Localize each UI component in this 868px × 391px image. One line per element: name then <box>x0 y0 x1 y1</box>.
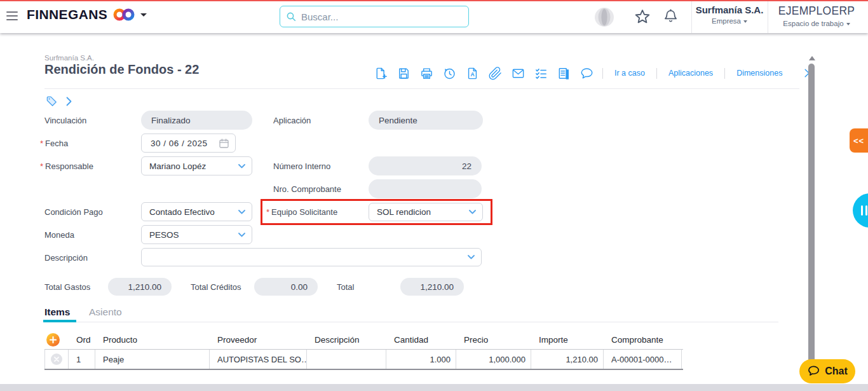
chat-button[interactable]: Chat <box>799 359 855 383</box>
link-dimensiones[interactable]: Dimensiones <box>733 69 785 78</box>
chevron-down-icon <box>238 210 245 214</box>
col-proveedor: Proveedor <box>210 331 307 349</box>
aplicacion-field: Pendiente <box>369 111 483 130</box>
journal-icon[interactable] <box>557 66 571 81</box>
descripcion-label: Descripción <box>44 253 88 263</box>
comment-icon[interactable] <box>580 66 594 81</box>
total-label: Total <box>337 282 354 292</box>
search-input[interactable] <box>301 11 454 22</box>
total-field: 1,210.00 <box>400 278 464 296</box>
col-cantidad: Cantidad <box>386 331 456 349</box>
chevron-down-icon <box>238 164 245 168</box>
col-ord: Ord <box>69 331 95 349</box>
aplicacion-label: Aplicación <box>273 116 311 125</box>
cell-cantidad[interactable]: 1.000 <box>386 350 456 369</box>
required-asterisk: * <box>40 139 43 148</box>
collapse-panel-tab[interactable]: << <box>850 128 868 153</box>
col-importe: Importe <box>531 331 604 349</box>
equipo-solicitante-select[interactable]: SOL rendicion <box>369 203 483 221</box>
aplicacion-value: Pendiente <box>379 116 417 125</box>
condicion-pago-select[interactable]: Contado Efectivo <box>141 202 252 221</box>
scrollbar-up-arrow[interactable] <box>809 56 815 60</box>
moneda-label: Moneda <box>44 230 74 240</box>
attachment-icon[interactable] <box>488 66 503 81</box>
responsable-value: Mariano Lopéz <box>149 161 206 171</box>
tab-asiento[interactable]: Asiento <box>89 306 122 318</box>
responsable-label-wrap: *Responsable <box>40 161 93 171</box>
history-icon[interactable] <box>442 66 457 81</box>
cell-comprobante[interactable]: A-00001-0000… <box>604 350 682 369</box>
table-row: 1 Peaje AUTOPISTAS DEL SO… 1.000 1,000.0… <box>44 350 683 370</box>
email-icon[interactable] <box>511 66 526 81</box>
brand: FINNEGANS <box>27 7 147 22</box>
checklist-icon[interactable] <box>534 66 548 81</box>
cell-proveedor[interactable]: AUTOPISTAS DEL SO… <box>210 350 307 369</box>
total-creditos-field: 0.00 <box>254 278 318 296</box>
cell-descripcion[interactable] <box>307 350 386 369</box>
plus-icon <box>50 336 57 343</box>
responsable-label: Responsable <box>45 161 93 171</box>
cell-importe[interactable]: 1,210.00 <box>531 350 604 369</box>
new-document-icon[interactable] <box>374 66 388 81</box>
export-document-icon[interactable]: A <box>465 66 480 81</box>
brand-logo-infinity-icon <box>112 8 135 22</box>
condicion-pago-label: Condición Pago <box>44 207 103 217</box>
link-ir-a-caso[interactable]: Ir a caso <box>611 69 648 78</box>
chevron-down-icon <box>238 233 245 237</box>
equipo-solicitante-label: Equipo Solicitante <box>271 207 337 217</box>
tag-row <box>46 95 72 107</box>
star-icon[interactable] <box>634 8 651 25</box>
chevron-right-icon[interactable] <box>66 97 72 106</box>
equipo-solicitante-label-wrap: *Equipo Solicitante <box>266 207 337 217</box>
fecha-label-wrap: *Fecha <box>40 139 68 148</box>
assistant-sphere-icon[interactable] <box>593 6 615 28</box>
document-toolbar: A Ir a caso Aplicaciones <box>374 64 815 83</box>
caret-down-icon[interactable] <box>140 13 147 17</box>
tab-items[interactable]: Items <box>44 306 71 318</box>
add-row-button[interactable] <box>46 333 60 346</box>
divider <box>44 322 778 322</box>
fecha-input[interactable]: 30 / 06 / 2025 <box>141 134 236 153</box>
workspace-switcher[interactable]: EJEMPLOERP Espacio de trabajo <box>768 4 865 27</box>
cell-precio[interactable]: 1,000.000 <box>456 350 531 369</box>
bell-icon[interactable] <box>663 8 679 25</box>
col-producto: Producto <box>95 331 210 349</box>
horizontal-scrollbar[interactable] <box>0 384 868 391</box>
cell-ord[interactable]: 1 <box>69 350 95 369</box>
equipo-solicitante-value: SOL rendicion <box>377 207 431 217</box>
tag-icon[interactable] <box>46 95 58 107</box>
x-icon <box>54 357 59 362</box>
required-asterisk: * <box>40 161 43 171</box>
company-role-label: Empresa <box>712 17 741 25</box>
company-switcher[interactable]: Surfmanía S.A. Empresa <box>692 4 767 25</box>
nro-comprobante-field <box>369 179 482 198</box>
vinculacion-field: Finalizado <box>141 111 252 130</box>
vinculacion-value: Finalizado <box>151 116 191 125</box>
save-icon[interactable] <box>397 66 411 81</box>
workspace-name: EJEMPLOERP <box>768 4 865 18</box>
responsable-select[interactable]: Mariano Lopéz <box>141 156 252 175</box>
numero-interno-label: Número Interno <box>273 161 330 171</box>
link-aplicaciones[interactable]: Aplicaciones <box>665 69 716 78</box>
moneda-select[interactable]: PESOS <box>141 225 252 244</box>
total-creditos-label: Total Créditos <box>191 282 241 292</box>
print-icon[interactable] <box>419 66 434 81</box>
search-bar[interactable] <box>280 6 469 27</box>
delete-row-button[interactable] <box>51 353 62 365</box>
numero-interno-value: 22 <box>462 161 471 171</box>
top-accent-line <box>0 0 868 1</box>
search-icon <box>286 11 297 22</box>
chat-label: Chat <box>825 366 848 377</box>
menu-icon[interactable] <box>6 11 18 23</box>
brand-name: FINNEGANS <box>27 7 107 22</box>
col-comprobante: Comprobante <box>604 331 682 349</box>
app-window: FINNEGANS <box>0 0 868 391</box>
descripcion-select[interactable] <box>141 248 482 266</box>
condicion-pago-value: Contado Efectivo <box>149 207 215 217</box>
calendar-icon[interactable] <box>219 138 229 149</box>
total-value: 1,210.00 <box>420 282 454 292</box>
page-title: Rendición de Fondos - 22 <box>44 62 199 77</box>
vertical-scrollbar[interactable] <box>808 64 815 375</box>
active-tab-underline <box>43 320 76 322</box>
cell-producto[interactable]: Peaje <box>95 350 210 369</box>
